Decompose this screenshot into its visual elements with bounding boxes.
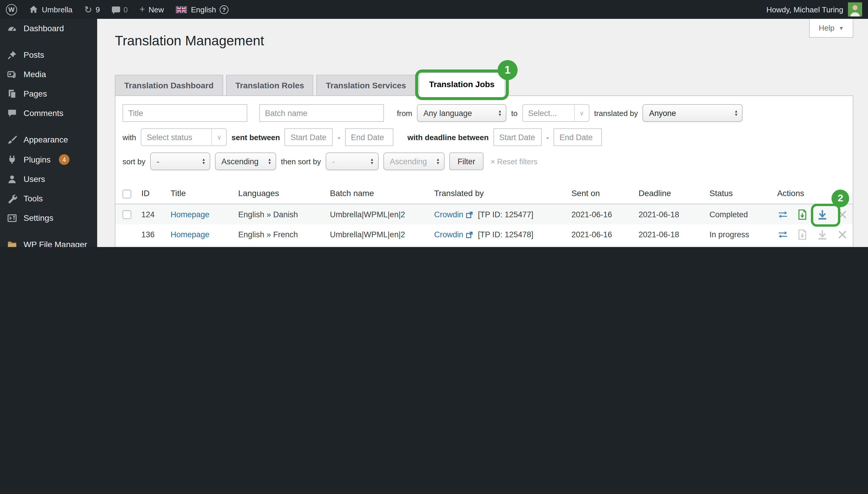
cancel-job-icon[interactable] [837, 229, 848, 241]
row-checkbox[interactable] [122, 210, 131, 219]
job-filters: from Any language ▲▼ to Select... ∨ tran… [115, 96, 853, 170]
cancel-job-icon[interactable] [837, 209, 848, 220]
new-content-button[interactable]: + New [134, 0, 170, 19]
job-sent-on: 2021-06-16 [567, 225, 634, 245]
job-status: In progress [704, 225, 772, 245]
export-xliff-icon[interactable] [797, 209, 808, 220]
annotation-step1-badge: 1 [497, 60, 517, 80]
table-row: 125 Homepage English » German Umbrella|W… [115, 245, 853, 247]
download-icon-wrap [817, 229, 834, 241]
job-deadline: 2021-06-18 [634, 225, 705, 245]
job-languages: English » Danish [233, 204, 325, 225]
job-translated-by: Crowdin [TP ID: 125477] [429, 204, 566, 225]
sidebar-item-users[interactable]: Users [0, 170, 97, 189]
sent-between-label: sent between [231, 133, 280, 141]
then-sort-by-label: then sort by [281, 157, 321, 166]
sort2-field-select[interactable]: - ▲▼ [326, 152, 379, 170]
download-translation-icon[interactable] [817, 209, 828, 220]
sidebar-item-media[interactable]: Media [0, 65, 97, 84]
job-deadline: 2021-06-18 [634, 204, 705, 225]
table-body: 124 Homepage English » Danish Umbrella|W… [115, 204, 853, 247]
translator-link[interactable]: Crowdin [434, 210, 463, 219]
deadline-end-date-input[interactable] [553, 128, 602, 146]
chevron-down-icon: ▼ [838, 25, 844, 31]
sidebar-item-wp-file-manager[interactable]: WP File Manager [0, 235, 97, 247]
plus-icon: + [139, 4, 145, 14]
home-icon [29, 5, 38, 14]
job-id: 125 [137, 245, 166, 247]
sent-end-date-input[interactable] [345, 128, 393, 146]
new-label: New [148, 5, 164, 14]
comments-icon [112, 6, 120, 12]
wordpress-menu[interactable]: W [0, 0, 23, 19]
translation-jobs-table: ID Title Languages Batch name Translated… [115, 183, 853, 247]
date-range-dash: - [546, 133, 549, 141]
sidebar-item-settings[interactable]: Settings [0, 208, 97, 228]
column-header-deadline: Deadline [634, 183, 705, 204]
sort-field-select[interactable]: - ▲▼ [150, 152, 210, 170]
translator-link[interactable]: Crowdin [434, 230, 463, 239]
job-deadline: 2021-06-18 [634, 245, 705, 247]
sort2-order-select[interactable]: Ascending ▲▼ [383, 152, 445, 170]
tab-translation-jobs[interactable]: Translation Jobs 1 [418, 72, 505, 96]
comments-count: 0 [124, 5, 128, 14]
job-title-link[interactable]: Homepage [170, 210, 209, 219]
avatar[interactable] [848, 2, 862, 17]
job-translated-by: Crowdin [TP ID: 125478] [429, 225, 566, 245]
column-header-title: Title [166, 183, 233, 204]
filter-button[interactable]: Filter [449, 152, 484, 170]
select-arrows-icon: ▲▼ [370, 158, 374, 165]
job-id: 124 [137, 204, 166, 225]
sent-start-date-input[interactable] [285, 128, 333, 146]
sync-job-icon[interactable] [777, 209, 788, 220]
translated-by-select[interactable]: Anyone ▲▼ [643, 104, 743, 122]
job-translated-by: Crowdin [TP ID: 125479] [429, 245, 566, 247]
tab-translation-roles[interactable]: Translation Roles [226, 75, 313, 96]
sidebar-item-tools[interactable]: Tools [0, 189, 97, 208]
sidebar-item-dashboard[interactable]: Dashboard [0, 19, 97, 38]
job-batch-name: Umbrella|WPML|en|2 [325, 225, 430, 245]
plug-icon [6, 155, 18, 165]
wordpress-logo-icon: W [6, 4, 17, 15]
settings-icon [6, 213, 18, 223]
sidebar-item-comments[interactable]: Comments [0, 103, 97, 123]
download-icon-wrap: 2 [817, 209, 834, 220]
sidebar-item-posts[interactable]: Posts [0, 45, 97, 65]
sidebar-item-pages[interactable]: Pages [0, 84, 97, 103]
title-filter-input[interactable] [122, 104, 247, 122]
sort-order-select[interactable]: Ascending ▲▼ [215, 152, 276, 170]
reset-filters-link[interactable]: × Reset filters [491, 157, 537, 166]
column-header-id: ID [137, 183, 166, 204]
sort-by-label: sort by [122, 157, 146, 166]
site-link[interactable]: Umbrella [23, 0, 78, 19]
updates-count: 9 [96, 5, 100, 14]
sidebar-item-plugins[interactable]: Plugins 4 [0, 150, 97, 170]
job-languages: English » German [233, 245, 325, 247]
from-label: from [397, 109, 412, 117]
tab-translation-services[interactable]: Translation Services [317, 75, 415, 96]
deadline-start-date-input[interactable] [493, 128, 542, 146]
select-all-checkbox[interactable] [122, 190, 131, 198]
tab-translation-dashboard[interactable]: Translation Dashboard [115, 75, 223, 96]
language-switcher[interactable]: English ? [170, 0, 234, 19]
job-batch-name: Umbrella|WPML|en|2 [325, 245, 430, 247]
updates-button[interactable]: ↻ 9 [78, 0, 106, 19]
from-language-select[interactable]: Any language ▲▼ [417, 104, 506, 122]
to-language-select[interactable]: Select... ∨ [522, 104, 589, 122]
job-title-link[interactable]: Homepage [170, 230, 209, 239]
help-dropdown[interactable]: Help ▼ [809, 19, 853, 38]
howdy-text[interactable]: Howdy, Michael Turing [767, 5, 843, 14]
updates-icon: ↻ [84, 4, 92, 15]
pin-icon [6, 50, 18, 60]
job-sent-on: 2021-06-16 [567, 204, 634, 225]
to-label: to [511, 109, 517, 117]
job-status: In progress [704, 245, 772, 247]
status-select[interactable]: Select status ∨ [141, 128, 227, 146]
comments-button[interactable]: 0 [106, 0, 133, 19]
select-arrows-icon: ▲▼ [268, 158, 271, 165]
download-translation-icon [817, 229, 828, 241]
sync-job-icon[interactable] [777, 229, 788, 241]
batch-name-filter-input[interactable] [259, 104, 384, 122]
column-header-sent-on: Sent on [567, 183, 634, 204]
sidebar-item-appearance[interactable]: Appearance [0, 130, 97, 150]
